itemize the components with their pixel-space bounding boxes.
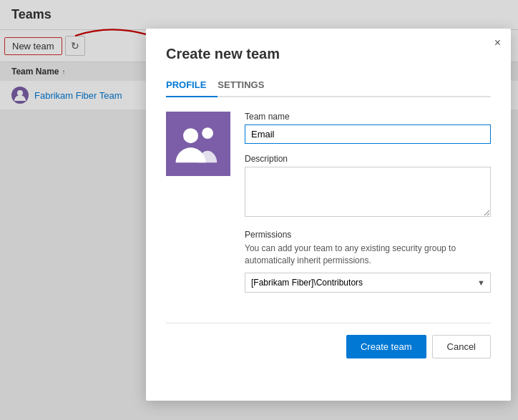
modal-title: Create new team — [166, 46, 491, 62]
modal-tabs: PROFILE SETTINGS — [166, 74, 491, 97]
team-name-input[interactable] — [245, 124, 491, 144]
form-group-permissions: Permissions You can add your team to any… — [245, 230, 491, 293]
permissions-select-wrapper: [Fabrikam Fiber]\Contributors [Fabrikam … — [245, 273, 491, 293]
permissions-label: Permissions — [245, 230, 491, 240]
description-input[interactable] — [245, 167, 491, 217]
form-group-description: Description — [245, 154, 491, 220]
permissions-select[interactable]: [Fabrikam Fiber]\Contributors [Fabrikam … — [245, 273, 491, 293]
team-name-label: Team name — [245, 112, 491, 122]
permissions-description: You can add your team to any existing se… — [245, 243, 491, 267]
modal-close-button[interactable]: × — [494, 37, 501, 49]
team-icon-placeholder — [166, 112, 230, 176]
modal-footer: Create team Cancel — [166, 323, 491, 358]
svg-point-2 — [202, 127, 213, 139]
create-team-button[interactable]: Create team — [346, 335, 426, 358]
tab-settings[interactable]: SETTINGS — [218, 74, 275, 97]
modal-body: Team name Description Permissions You ca… — [166, 112, 491, 303]
modal-overlay: × Create new team PROFILE SETTINGS Team … — [0, 0, 518, 420]
svg-point-1 — [183, 128, 198, 143]
description-label: Description — [245, 154, 491, 164]
form-group-team-name: Team name — [245, 112, 491, 144]
tab-profile[interactable]: PROFILE — [166, 74, 218, 97]
form-section: Team name Description Permissions You ca… — [245, 112, 491, 303]
create-team-modal: × Create new team PROFILE SETTINGS Team … — [146, 29, 511, 401]
cancel-button[interactable]: Cancel — [432, 335, 491, 358]
